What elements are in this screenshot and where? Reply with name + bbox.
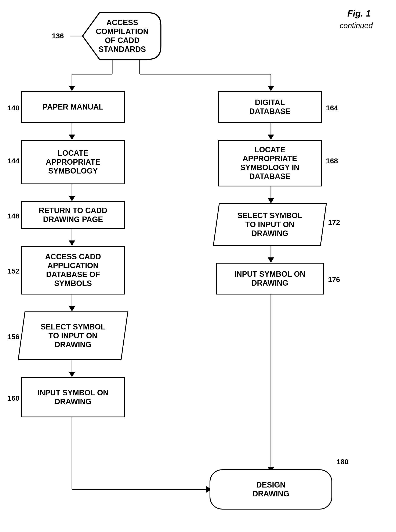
- svg-marker-8: [268, 86, 274, 91]
- locate-symbology-db-box: LOCATEAPPROPRIATESYMBOLOGY INDATABASE: [218, 140, 322, 186]
- select-symbol-172-box: SELECT SYMBOLTO INPUT ONDRAWING: [216, 203, 324, 246]
- access-cadd-app-box: ACCESS CADDAPPLICATIONDATABASE OFSYMBOLS: [21, 246, 125, 294]
- ref-144: 144: [7, 157, 19, 165]
- select-symbol-156-box: SELECT SYMBOLTO INPUT ONDRAWING: [21, 311, 125, 360]
- ref-172: 172: [328, 218, 340, 227]
- svg-marker-20: [268, 257, 274, 263]
- ref-152: 152: [7, 267, 19, 275]
- svg-marker-14: [69, 196, 75, 201]
- input-symbol-160-box: INPUT SYMBOL ONDRAWING: [21, 377, 125, 417]
- ref-140: 140: [7, 104, 19, 112]
- return-cadd-box: RETURN TO CADDDRAWING PAGE: [21, 201, 125, 229]
- ref-148: 148: [7, 212, 19, 220]
- svg-marker-16: [268, 198, 274, 203]
- ref-180: 180: [337, 458, 349, 466]
- top-connector-label: ACCESSCOMPILATIONOF CADDSTANDARDS: [84, 13, 161, 59]
- locate-symbology-box: LOCATEAPPROPRIATESYMBOLOGY: [21, 140, 125, 184]
- svg-marker-26: [69, 372, 75, 377]
- ref-136: 136: [52, 32, 64, 40]
- diagram-container: Fig. 1 continued: [0, 0, 396, 532]
- figure-label: Fig. 1: [347, 8, 371, 19]
- ref-168: 168: [326, 157, 338, 165]
- svg-marker-22: [69, 306, 75, 311]
- ref-156: 156: [7, 333, 19, 341]
- input-symbol-176-box: INPUT SYMBOL ONDRAWING: [216, 263, 324, 294]
- design-drawing-box: DESIGNDRAWING: [210, 469, 332, 509]
- ref-164: 164: [326, 104, 338, 112]
- svg-marker-4: [69, 86, 75, 91]
- svg-marker-12: [268, 135, 274, 140]
- paper-manual-box: PAPER MANUAL: [21, 91, 125, 123]
- svg-marker-18: [69, 240, 75, 246]
- svg-marker-10: [69, 135, 75, 140]
- ref-160: 160: [7, 394, 19, 402]
- figure-subtitle: continued: [340, 21, 373, 30]
- digital-database-box: DIGITALDATABASE: [218, 91, 322, 123]
- ref-176: 176: [328, 275, 340, 284]
